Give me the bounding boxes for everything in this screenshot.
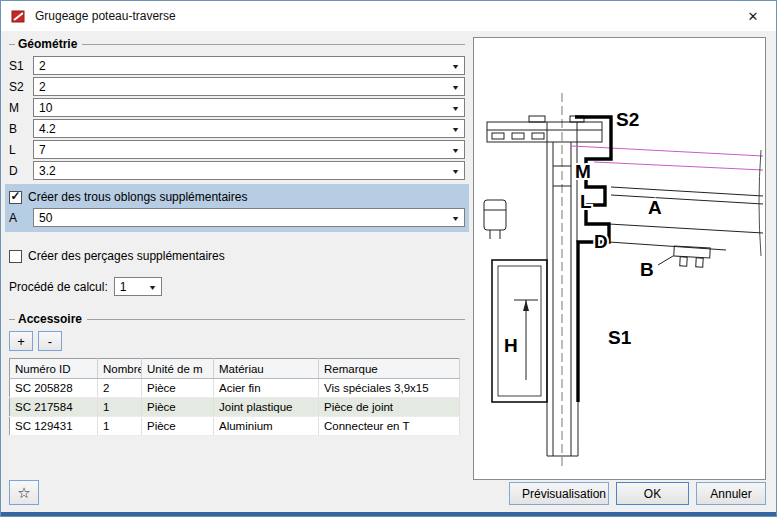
chevron-down-icon: ▼ bbox=[148, 283, 157, 290]
dim-label-b: B bbox=[640, 259, 654, 280]
cell-nombre: 2 bbox=[98, 379, 142, 398]
accessory-toolbar: + - bbox=[9, 331, 465, 351]
combo-l[interactable]: 7 ▼ bbox=[33, 140, 465, 159]
field-row-a: A 50 ▼ bbox=[9, 207, 465, 228]
checkbox-unchecked[interactable] bbox=[9, 250, 22, 263]
combo-b-value: 4.2 bbox=[39, 122, 56, 136]
window-bottom-accent bbox=[1, 512, 776, 516]
chevron-down-icon: ▼ bbox=[451, 214, 460, 221]
dim-label-s2: S2 bbox=[616, 109, 639, 130]
calc-method-label: Procédé de calcul: bbox=[9, 280, 108, 294]
field-label-b: B bbox=[9, 122, 33, 136]
cell-id: SC 217584 bbox=[10, 398, 98, 417]
remove-accessory-button[interactable]: - bbox=[38, 331, 62, 351]
cell-materiau: Joint plastique bbox=[214, 398, 319, 417]
combo-m-value: 10 bbox=[39, 101, 52, 115]
table-row[interactable]: SC 129431 1 Pièce Aluminium Connecteur e… bbox=[10, 417, 460, 436]
footer-buttons: Prévisualisation OK Annuler bbox=[509, 482, 766, 505]
col-header-materiau[interactable]: Matériau bbox=[214, 359, 319, 379]
field-label-m: M bbox=[9, 101, 33, 115]
chevron-down-icon: ▼ bbox=[451, 125, 460, 132]
cell-unite: Pièce bbox=[142, 398, 214, 417]
cell-materiau: Aluminium bbox=[214, 417, 319, 436]
geometry-group-label: Géométrie bbox=[15, 37, 82, 51]
combo-d[interactable]: 3.2 ▼ bbox=[33, 161, 465, 180]
calc-method-combo[interactable]: 1 ▼ bbox=[114, 277, 162, 296]
geometry-panel: Géométrie S1 2 ▼ S2 2 ▼ M 10 ▼ B bbox=[9, 37, 465, 436]
field-label-s1: S1 bbox=[9, 59, 33, 73]
dim-label-l: L bbox=[580, 191, 592, 212]
cell-remarque: Pièce de joint bbox=[319, 398, 460, 417]
cell-unite: Pièce bbox=[142, 417, 214, 436]
combo-s1-value: 2 bbox=[39, 59, 46, 73]
chevron-down-icon: ▼ bbox=[451, 104, 460, 111]
field-label-a: A bbox=[9, 211, 33, 225]
star-icon: ☆ bbox=[17, 484, 30, 501]
drilling-checkbox[interactable]: Créer des perçages supplémentaires bbox=[9, 246, 465, 266]
field-row-l: L 7 ▼ bbox=[9, 139, 465, 160]
cell-remarque: Connecteur en T bbox=[319, 417, 460, 436]
cell-unite: Pièce bbox=[142, 379, 214, 398]
combo-d-value: 3.2 bbox=[39, 164, 56, 178]
combo-a[interactable]: 50 ▼ bbox=[33, 208, 465, 227]
cell-nombre: 1 bbox=[98, 417, 142, 436]
field-row-m: M 10 ▼ bbox=[9, 97, 465, 118]
cad-drawing: S2 M L A D B H S1 bbox=[474, 38, 765, 479]
field-row-s2: S2 2 ▼ bbox=[9, 76, 465, 97]
close-icon: ✕ bbox=[748, 9, 759, 24]
chevron-down-icon: ▼ bbox=[451, 62, 460, 69]
cell-id: SC 129431 bbox=[10, 417, 98, 436]
col-header-numero-id[interactable]: Numéro ID bbox=[10, 359, 98, 379]
calc-method-row: Procédé de calcul: 1 ▼ bbox=[9, 276, 465, 297]
accessory-group-label: Accessoire bbox=[15, 312, 87, 326]
field-label-d: D bbox=[9, 164, 33, 178]
col-header-remarque[interactable]: Remarque bbox=[319, 359, 460, 379]
preview-button[interactable]: Prévisualisation bbox=[509, 482, 609, 505]
cell-materiau: Acier fin bbox=[214, 379, 319, 398]
oblong-holes-checkbox[interactable]: ✓ Créer des trous oblongs supplémentaire… bbox=[9, 187, 465, 207]
col-header-unite[interactable]: Unité de m bbox=[142, 359, 214, 379]
favorite-button[interactable]: ☆ bbox=[9, 480, 39, 505]
cell-id: SC 205828 bbox=[10, 379, 98, 398]
field-row-d: D 3.2 ▼ bbox=[9, 160, 465, 181]
oblong-holes-label: Créer des trous oblongs supplémentaires bbox=[28, 190, 247, 204]
field-label-l: L bbox=[9, 143, 33, 157]
combo-a-value: 50 bbox=[39, 211, 52, 225]
ok-button[interactable]: OK bbox=[616, 482, 689, 505]
dialog-window: Grugeage poteau-traverse ✕ Géométrie S1 … bbox=[0, 0, 777, 517]
window-title: Grugeage poteau-traverse bbox=[35, 9, 176, 23]
add-accessory-button[interactable]: + bbox=[9, 331, 33, 351]
oblong-holes-section: ✓ Créer des trous oblongs supplémentaire… bbox=[5, 184, 469, 232]
col-header-nombre[interactable]: Nombre bbox=[98, 359, 142, 379]
check-icon: ✓ bbox=[10, 190, 20, 202]
field-label-s2: S2 bbox=[9, 80, 33, 94]
app-icon bbox=[10, 8, 27, 25]
field-row-b: B 4.2 ▼ bbox=[9, 118, 465, 139]
cancel-button[interactable]: Annuler bbox=[696, 482, 766, 505]
dim-label-h: H bbox=[504, 335, 518, 356]
combo-s2[interactable]: 2 ▼ bbox=[33, 77, 465, 96]
chevron-down-icon: ▼ bbox=[451, 167, 460, 174]
close-button[interactable]: ✕ bbox=[730, 1, 776, 31]
combo-b[interactable]: 4.2 ▼ bbox=[33, 119, 465, 138]
drilling-label: Créer des perçages supplémentaires bbox=[28, 249, 225, 263]
calc-method-value: 1 bbox=[120, 280, 127, 294]
table-row[interactable]: SC 217584 1 Pièce Joint plastique Pièce … bbox=[10, 398, 460, 417]
table-header-row: Numéro ID Nombre Unité de m Matériau Rem… bbox=[10, 359, 460, 379]
preview-panel: S2 M L A D B H S1 bbox=[473, 37, 766, 480]
dim-label-m: M bbox=[575, 161, 591, 182]
combo-s2-value: 2 bbox=[39, 80, 46, 94]
checkbox-checked[interactable]: ✓ bbox=[9, 191, 22, 204]
geometry-group-header: Géométrie bbox=[9, 37, 465, 51]
dim-label-d: D bbox=[594, 231, 608, 252]
accessory-group-header: Accessoire bbox=[9, 312, 465, 326]
combo-s1[interactable]: 2 ▼ bbox=[33, 56, 465, 75]
accessory-table: Numéro ID Nombre Unité de m Matériau Rem… bbox=[9, 358, 460, 436]
titlebar: Grugeage poteau-traverse ✕ bbox=[1, 1, 776, 31]
combo-l-value: 7 bbox=[39, 143, 46, 157]
chevron-down-icon: ▼ bbox=[451, 83, 460, 90]
combo-m[interactable]: 10 ▼ bbox=[33, 98, 465, 117]
table-row[interactable]: SC 205828 2 Pièce Acier fin Vis spéciale… bbox=[10, 379, 460, 398]
cell-nombre: 1 bbox=[98, 398, 142, 417]
dim-label-s1: S1 bbox=[608, 327, 632, 348]
